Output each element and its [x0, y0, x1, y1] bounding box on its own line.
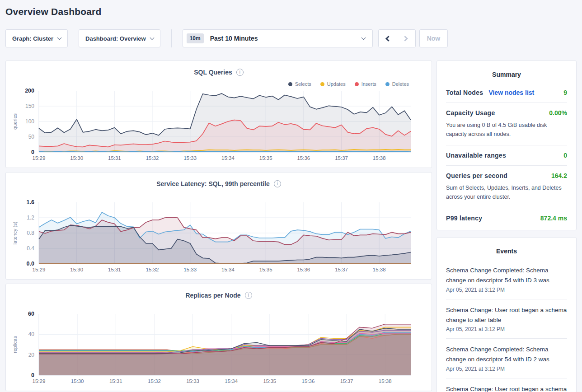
summary-panel: Summary Total Nodes View nodes list 9 Ca… [436, 61, 577, 230]
summary-label: Unavailable ranges [446, 152, 506, 159]
chevron-left-icon [385, 36, 391, 42]
x-tick-label: 15:30 [71, 378, 84, 384]
event-timestamp: Apr 05, 2021 at 3:12 PM [446, 366, 567, 372]
graph-scope-dropdown[interactable]: Graph: Cluster [5, 29, 68, 47]
x-tick-label: 15:34 [221, 267, 235, 272]
x-tick-label: 15:38 [379, 378, 392, 384]
chart-canvas-sql-queries[interactable]: 05010015020015:2915:3015:3115:3215:3315:… [6, 81, 431, 163]
x-tick-label: 15:36 [297, 155, 310, 161]
x-tick-label: 15:36 [302, 378, 315, 384]
info-icon[interactable]: i [245, 292, 252, 299]
graph-scope-label: Graph: Cluster [12, 35, 53, 42]
legend-label: Inserts [361, 81, 376, 87]
chevron-right-icon [402, 36, 408, 42]
y-tick-label: 200 [25, 88, 34, 94]
legend-item-selects[interactable]: Selects [288, 81, 311, 87]
y-tick-label: 1.6 [27, 199, 34, 205]
event-message: Schema Change: User root began a schema … [446, 384, 567, 392]
x-tick-label: 15:32 [148, 378, 161, 384]
event-item[interactable]: Schema Change: User root began a schema … [446, 384, 567, 392]
chart-card-service-latency: Service Latency: SQL, 99th percentile i … [5, 172, 432, 280]
charts-column: SQL Queries i Selects Updates Inserts [5, 61, 432, 391]
event-item[interactable]: Schema Change Completed: Schema change o… [446, 345, 567, 372]
chevron-down-icon [150, 35, 154, 40]
now-button[interactable]: Now [419, 29, 448, 47]
y-axis-title: latency (s) [12, 222, 18, 245]
series-line-deletes [39, 151, 411, 152]
legend-item-deletes[interactable]: Deletes [385, 81, 409, 87]
x-tick-label: 15:35 [263, 378, 276, 384]
legend-label: Selects [295, 81, 311, 87]
chart-title: SQL Queries [194, 69, 232, 76]
summary-note: Sum of Selects, Updates, Inserts, and De… [446, 183, 567, 201]
next-interval-button[interactable] [397, 30, 415, 47]
x-tick-label: 15:29 [33, 378, 46, 384]
event-timestamp: Apr 05, 2021 at 3:12 PM [446, 287, 567, 293]
summary-value: 872.4 ms [540, 215, 567, 222]
event-timestamp: Apr 05, 2021 at 3:12 PM [446, 326, 567, 332]
event-message: Schema Change Completed: Schema change o… [446, 266, 567, 285]
legend-dot [288, 82, 292, 86]
chart-canvas-replicas-per-node[interactable]: 020406015:2915:3015:3115:3215:3315:3415:… [6, 304, 431, 386]
chart-canvas-service-latency-sql-99th-percentile[interactable]: 0.00.40.81.21.615:2915:3015:3115:3215:33… [6, 192, 431, 275]
legend-item-inserts[interactable]: Inserts [355, 81, 376, 87]
x-tick-label: 15:37 [335, 267, 348, 272]
summary-title: Summary [446, 71, 567, 78]
y-axis-title: queries [12, 113, 18, 130]
x-tick-label: 15:34 [225, 378, 238, 384]
dashboard-dropdown[interactable]: Dashboard: Overview [79, 29, 160, 47]
x-tick-label: 15:32 [146, 267, 159, 272]
prev-interval-button[interactable] [379, 30, 397, 47]
x-tick-label: 15:38 [373, 155, 386, 161]
time-window-selector[interactable]: 10m Past 10 Minutes [183, 29, 373, 47]
chevron-down-icon [361, 35, 366, 40]
y-tick-label: 1.2 [27, 215, 34, 221]
chart-header: SQL Queries i [6, 68, 432, 76]
view-nodes-link[interactable]: View nodes list [488, 89, 534, 96]
time-pager [378, 29, 416, 47]
summary-row-capacity-usage: Capacity Usage 0.00% [446, 109, 567, 117]
y-tick-label: 60 [28, 311, 34, 317]
chart-title: Replicas per Node [185, 292, 240, 299]
summary-label: Total Nodes [446, 89, 483, 96]
y-tick-label: 150 [25, 103, 34, 109]
sidebar: Summary Total Nodes View nodes list 9 Ca… [436, 61, 577, 392]
chart-card-sql-queries: SQL Queries i Selects Updates Inserts [5, 61, 432, 168]
event-item[interactable]: Schema Change Completed: Schema change o… [446, 266, 567, 293]
main-content: SQL Queries i Selects Updates Inserts [5, 61, 577, 392]
chart-header: Service Latency: SQL, 99th percentile i [6, 180, 432, 188]
divider [446, 165, 567, 166]
x-tick-label: 15:30 [70, 267, 83, 272]
divider [446, 103, 567, 103]
summary-row-queries-per-second: Queries per second 164.2 [446, 172, 567, 179]
time-window-badge: 10m [187, 33, 204, 43]
x-tick-label: 15:36 [297, 267, 310, 272]
summary-row-p99-latency: P99 latency 872.4 ms [446, 215, 567, 222]
chart-header: Replicas per Node i [6, 291, 432, 299]
info-icon[interactable]: i [274, 180, 281, 187]
sql-queries-chart[interactable]: 05010015020015:2915:3015:3115:3215:3315:… [6, 81, 432, 163]
y-tick-label: 0.4 [27, 245, 34, 252]
legend-dot [355, 82, 359, 86]
y-tick-label: 0.0 [27, 261, 34, 267]
replicas-per-node-chart[interactable]: 020406015:2915:3015:3115:3215:3315:3415:… [6, 304, 432, 386]
x-tick-label: 15:29 [33, 155, 46, 161]
divider [446, 378, 567, 378]
x-tick-label: 15:35 [259, 267, 272, 272]
event-item[interactable]: Schema Change: User root began a schema … [446, 305, 567, 333]
x-tick-label: 15:31 [108, 155, 121, 161]
legend-dot [385, 82, 390, 86]
summary-row-total-nodes: Total Nodes View nodes list 9 [446, 89, 567, 96]
x-tick-label: 15:38 [373, 267, 386, 272]
summary-row-unavailable-ranges: Unavailable ranges 0 [446, 152, 567, 159]
x-tick-label: 15:33 [183, 155, 197, 161]
y-tick-label: 0 [31, 149, 34, 155]
events-title: Events [446, 247, 567, 255]
page-title: Overview Dashboard [5, 6, 582, 17]
legend-label: Updates [327, 81, 346, 87]
info-icon[interactable]: i [236, 69, 244, 76]
x-tick-label: 15:31 [108, 267, 121, 272]
service-latency-chart[interactable]: 0.00.40.81.21.615:2915:3015:3115:3215:33… [6, 192, 432, 275]
legend-item-updates[interactable]: Updates [320, 81, 346, 87]
y-tick-label: 0 [31, 372, 34, 378]
